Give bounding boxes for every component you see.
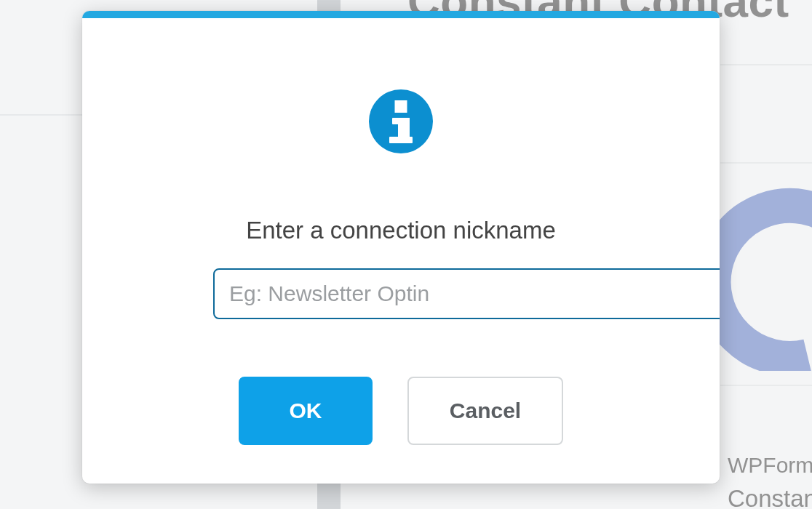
cancel-button[interactable]: Cancel xyxy=(407,377,563,445)
info-icon-wrap xyxy=(369,89,433,153)
info-icon xyxy=(369,89,433,153)
modal-title: Enter a connection nickname xyxy=(82,217,720,244)
modal-button-row: OK Cancel xyxy=(82,377,720,445)
ok-button[interactable]: OK xyxy=(239,377,373,445)
modal-body: Enter a connection nickname OK Cancel xyxy=(82,18,720,484)
connection-nickname-modal: Enter a connection nickname OK Cancel xyxy=(82,11,720,484)
connection-nickname-input[interactable] xyxy=(213,268,720,319)
modal-accent-bar xyxy=(82,11,720,18)
